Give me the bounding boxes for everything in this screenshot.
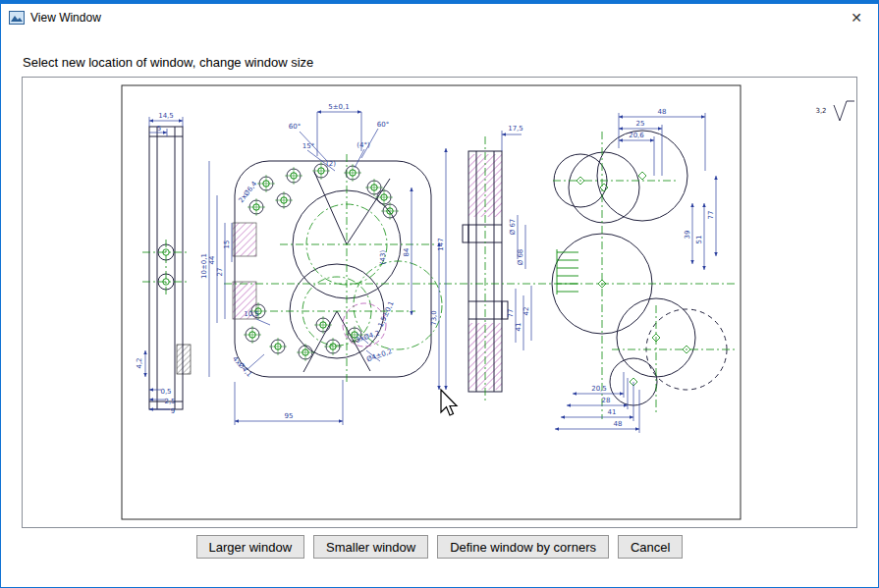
dim-label: 0,5 xyxy=(160,388,171,396)
title-bar[interactable]: View Window xyxy=(1,4,878,31)
dim-label: 147 xyxy=(437,238,445,250)
dim-label: 27 xyxy=(216,268,224,277)
dim-label: 2,5 xyxy=(164,398,175,405)
dim-label: Ø 67 xyxy=(509,219,517,236)
dim-label: 14,5 xyxy=(158,112,174,120)
dim-label: 84 xyxy=(403,247,411,256)
dim-label: 44 xyxy=(208,255,216,264)
dim-label: Ø 68 xyxy=(517,249,524,266)
cad-drawing-canvas[interactable]: 14,5 5 60° 5±0,1 60° 15° (2) (4°) 2xØ6,4… xyxy=(23,78,854,525)
dim-label: 41 xyxy=(608,408,617,416)
dim-label: (2) xyxy=(326,160,336,168)
dim-label: (43) xyxy=(379,250,387,265)
dim-label: 60° xyxy=(289,123,301,131)
view-window-dialog: View Window ✕ Select new location of win… xyxy=(0,0,879,588)
dim-label: 39 xyxy=(684,231,691,240)
surface-finish-label: 3,2 xyxy=(815,107,826,115)
dim-label: 48 xyxy=(658,108,667,116)
dim-label: 73,0 xyxy=(430,310,438,326)
define-window-by-corners-button[interactable]: Define window by corners xyxy=(437,535,609,559)
app-icon xyxy=(9,11,25,25)
dim-label: 10,5 xyxy=(244,310,259,318)
dim-label: 10±0,1 xyxy=(200,253,208,279)
dim-label: 95 xyxy=(285,412,294,420)
cancel-button[interactable]: Cancel xyxy=(618,535,683,559)
dim-label: 20,5 xyxy=(591,385,607,393)
dim-label: 5±0,1 xyxy=(328,103,349,111)
drawing-frame: 14,5 5 60° 5±0,1 60° 15° (2) (4°) 2xØ6,4… xyxy=(22,77,857,528)
dim-label: 9 xyxy=(171,407,175,415)
close-icon[interactable]: ✕ xyxy=(835,4,878,31)
dim-label: 15 xyxy=(223,241,231,249)
dim-label: 28 xyxy=(602,397,611,404)
dim-label: 51 xyxy=(695,236,703,244)
dim-label: 41 xyxy=(515,323,522,332)
dim-label: 15° xyxy=(302,142,314,150)
window-title: View Window xyxy=(30,11,101,25)
dialog-buttons: Larger window Smaller window Define wind… xyxy=(1,535,878,559)
dim-label: 48 xyxy=(614,420,623,428)
dim-label: (4°) xyxy=(357,141,370,149)
instruction-text: Select new location of window, change wi… xyxy=(23,55,313,70)
dim-label: 60° xyxy=(377,121,389,129)
dim-label: 77 xyxy=(707,211,715,220)
dim-label: 77 xyxy=(507,309,515,318)
dim-label: 5 xyxy=(157,125,161,133)
larger-window-button[interactable]: Larger window xyxy=(196,535,305,559)
hatch-areas xyxy=(177,154,502,390)
dim-label: 4,2 xyxy=(136,357,143,368)
dim-label: 25 xyxy=(636,120,645,128)
dim-label: Ø4±0,2 xyxy=(365,347,393,364)
dim-label: 42 xyxy=(522,307,530,316)
cursor-icon xyxy=(441,390,457,415)
smaller-window-button[interactable]: Smaller window xyxy=(313,535,428,559)
dim-label: 20,6 xyxy=(629,132,644,139)
dim-label: 17,5 xyxy=(508,125,523,133)
dim-label: 3xØ4,2 xyxy=(355,329,380,344)
